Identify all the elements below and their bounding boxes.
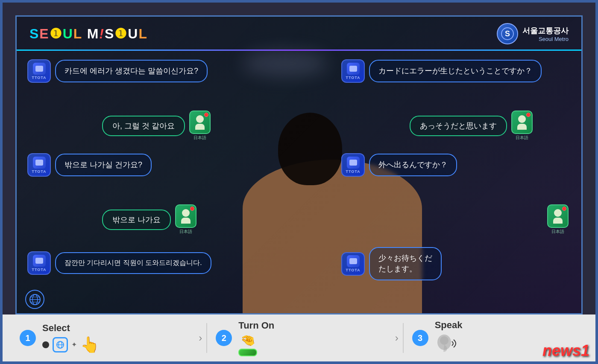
chat-row-5-left: TTOTA 잠깐만 기다리시면 직원이 도와드리겠습니다. xyxy=(27,251,211,275)
step-2-content: Turn On 🤏 xyxy=(238,320,274,356)
step-3-content: Speak xyxy=(435,320,463,356)
seoul-logo: SE❶UL M!S❶UL xyxy=(29,26,148,42)
ttota-label-3r: TTOTA xyxy=(346,268,360,272)
globe-icon[interactable] xyxy=(25,290,44,309)
avatar-ja-2 xyxy=(547,204,569,228)
chat-row-3-right: TTOTA 外へ出るんですか？ xyxy=(341,153,457,177)
metro-icon: S xyxy=(497,23,518,44)
ttota-icon-inner2r xyxy=(347,157,360,169)
seoul-metro-logo: S 서울교통공사 Seoul Metro xyxy=(497,23,569,44)
chat-area: TTOTA 카드에 에러가 생겼다는 말씀이신가요? TTOTA カードにエラー… xyxy=(17,55,581,283)
header: SE❶UL M!S❶UL S 서울교통공사 Seoul Metro xyxy=(17,17,581,51)
hand-down-icon: 🤏 xyxy=(240,333,255,347)
dot-icon xyxy=(42,341,49,348)
outer-frame: SE❶UL M!S❶UL S 서울교통공사 Seoul Metro xyxy=(0,0,598,364)
bubble-user-ko-2: 밖으로 나가요 xyxy=(102,210,171,230)
avatar-wrapper-2: 日本語 xyxy=(175,204,196,235)
ttota-icon-inner xyxy=(33,63,46,75)
avatar-head2r xyxy=(554,209,562,217)
avatar-label-2r: 日本語 xyxy=(551,229,564,235)
ttota-icon-1: TTOTA xyxy=(27,59,51,83)
avatar-label-1: 日本語 xyxy=(193,135,206,141)
instruction-bar: 1 Select ✦ 👆 › xyxy=(3,314,595,361)
ttota-label-2r: TTOTA xyxy=(346,169,360,174)
step-1: 1 Select ✦ 👆 xyxy=(11,314,194,361)
arrow-1: › xyxy=(199,332,202,344)
ttota-icon-inner-r xyxy=(347,63,360,75)
avatar-wrapper-1r: 日本語 xyxy=(511,111,533,141)
step-1-label: Select xyxy=(42,323,100,334)
chat-row-2-right: あっそうだと思います 日本語 xyxy=(410,111,533,141)
step-2-illustration: 🤏 xyxy=(238,333,274,356)
arrow-2: › xyxy=(395,332,399,344)
chat-row-4-left: 밖으로 나가요 日本語 xyxy=(102,204,196,235)
news-number: 1 xyxy=(581,342,589,359)
step-3-number: 3 xyxy=(412,330,428,346)
bubble-ko-1: 카드에 에러가 생겼다는 말씀이신가요? xyxy=(55,60,208,82)
globe-small-icon xyxy=(53,337,68,352)
logo-text: SE❶UL M!S❶UL xyxy=(29,26,148,42)
ttota-icon-inner3 xyxy=(33,255,46,267)
ttota-icon-2: TTOTA xyxy=(27,153,51,177)
avatar-head-r xyxy=(518,115,526,123)
header-line xyxy=(17,50,581,51)
bubble-ja-2: 外へ出るんですか？ xyxy=(369,154,457,176)
avatar-body2 xyxy=(181,218,191,224)
button-press-illus: 🤏 xyxy=(238,333,257,356)
ttota-icon-3r: TTOTA xyxy=(341,252,365,276)
metro-english: Seoul Metro xyxy=(522,36,569,42)
bubble-ja-1: カードにエラーが生じたということですか？ xyxy=(369,60,542,82)
avatar-wrapper-1: 日本語 xyxy=(189,111,211,141)
hand-pointer-icon: 👆 xyxy=(80,336,100,354)
bubble-user-ja-1: あっそうだと思います xyxy=(410,116,507,136)
avatar-ko-2 xyxy=(175,204,196,228)
ttota-label-1r: TTOTA xyxy=(346,76,360,80)
ttota-icon-1-right: TTOTA xyxy=(341,59,365,83)
ttota-icon-inner3r xyxy=(347,255,360,267)
chat-row-3-left: TTOTA 밖으로 나가실 건가요? xyxy=(27,153,152,177)
bubble-ja-3: 少々お待ちくだ たします。 xyxy=(369,247,442,280)
chat-row-1-right: TTOTA カードにエラーが生じたということですか？ xyxy=(341,59,542,83)
ttota-label-3: TTOTA xyxy=(32,268,46,272)
step-3-illustration xyxy=(435,333,463,356)
avatar-body2r xyxy=(553,218,563,224)
avatar-rec2 xyxy=(190,207,194,211)
sparkle-icon: ✦ xyxy=(71,341,77,349)
chat-row-2-left: 아, 그럴 것 같아요 日本語 xyxy=(102,111,211,141)
avatar-head xyxy=(196,115,204,123)
ttota-label-2: TTOTA xyxy=(32,169,46,174)
avatar-head2 xyxy=(182,209,190,217)
step-3-label: Speak xyxy=(435,320,463,331)
news-text: news xyxy=(542,342,581,359)
bubble-ko-2: 밖으로 나가실 건가요? xyxy=(55,154,152,176)
avatar-label-1r: 日本語 xyxy=(516,135,528,141)
ttota-icon-2r: TTOTA xyxy=(341,153,365,177)
avatar-body xyxy=(195,124,205,130)
ttota-label-1: TTOTA xyxy=(32,76,46,80)
metro-text: 서울교통공사 Seoul Metro xyxy=(522,26,569,42)
avatar-rec2r xyxy=(562,207,566,211)
step-1-number: 1 xyxy=(20,330,36,346)
metro-korean: 서울교통공사 xyxy=(522,26,569,36)
avatar-ko-1 xyxy=(189,111,211,134)
speak-face-icon xyxy=(435,333,460,356)
news1-text: news1 xyxy=(542,342,589,359)
news1-logo: news1 xyxy=(542,342,589,360)
chat-row-5-right: TTOTA 少々お待ちくだ たします。 xyxy=(341,247,442,280)
ttota-icon-inner2 xyxy=(33,157,46,169)
avatar-rec xyxy=(204,113,208,117)
avatar-body-r xyxy=(517,124,527,130)
avatar-rec-r xyxy=(526,113,531,117)
avatar-ja-1 xyxy=(511,111,533,134)
step-2-number: 2 xyxy=(216,330,232,346)
bubble-ko-3: 잠깐만 기다리시면 직원이 도와드리겠습니다. xyxy=(55,252,211,274)
svg-point-11 xyxy=(440,336,448,345)
svg-text:S: S xyxy=(505,29,510,38)
step-2: 2 Turn On 🤏 xyxy=(207,314,390,361)
main-screen: SE❶UL M!S❶UL S 서울교통공사 Seoul Metro xyxy=(15,15,583,314)
step-2-label: Turn On xyxy=(238,320,274,331)
bubble-user-ko-1: 아, 그럴 것 같아요 xyxy=(102,116,185,136)
ttota-icon-3: TTOTA xyxy=(27,251,51,275)
step-1-illustration: ✦ 👆 xyxy=(42,336,100,354)
avatar-label-2: 日本語 xyxy=(179,229,192,235)
